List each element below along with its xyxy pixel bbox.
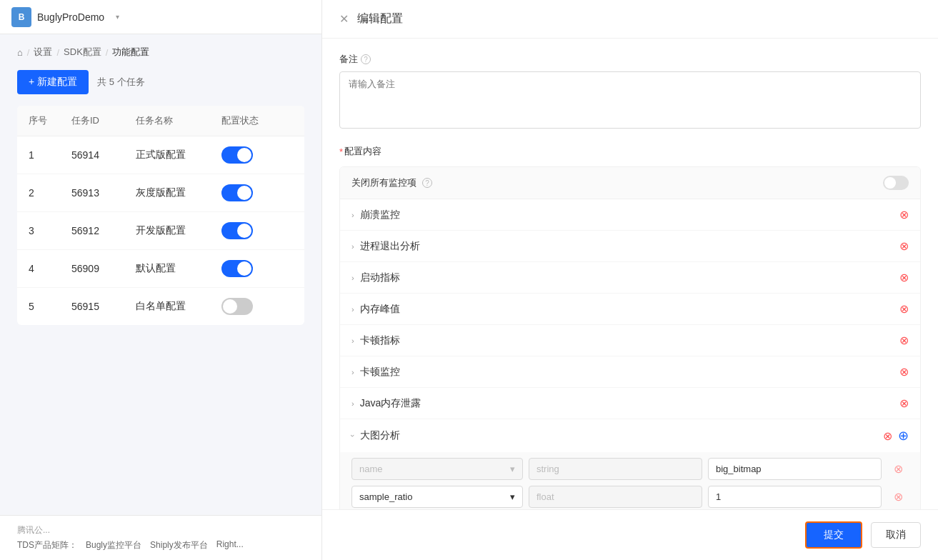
- field-value-input-name[interactable]: [708, 458, 882, 480]
- col-header-seq: 序号: [29, 114, 71, 127]
- monitor-item-startup-header[interactable]: › 启动指标 ⊗: [340, 262, 920, 293]
- monitor-item-crash-header[interactable]: › 崩溃监控 ⊗: [340, 199, 920, 230]
- field-type-input-name: [529, 458, 702, 480]
- col-header-task-name: 任务名称: [136, 114, 221, 127]
- app-logo[interactable]: B BuglyProDemo ▾: [11, 7, 119, 27]
- remove-icon[interactable]: ⊗: [899, 208, 909, 221]
- monitor-item-stutter-metric-header[interactable]: › 卡顿指标 ⊗: [340, 325, 920, 356]
- field-value-input-sample-ratio[interactable]: [708, 486, 882, 508]
- remove-icon[interactable]: ⊗: [899, 239, 909, 253]
- monitor-item-large-image-header[interactable]: › 大图分析 ⊗ ⊕: [340, 419, 920, 452]
- monitor-name: 崩溃监控: [360, 209, 400, 221]
- submit-button[interactable]: 提交: [805, 521, 862, 549]
- monitor-item-stutter-monitor-header[interactable]: › 卡顿监控 ⊗: [340, 356, 920, 387]
- monitor-item-crash: › 崩溃监控 ⊗: [340, 199, 920, 231]
- remove-icon[interactable]: ⊗: [883, 429, 892, 443]
- notes-label: 备注 ?: [339, 53, 921, 66]
- row-task-id: 56914: [71, 149, 136, 161]
- monitor-name: Java内存泄露: [360, 397, 421, 410]
- monitor-item-memory-peak-header[interactable]: › 内存峰值 ⊗: [340, 294, 920, 324]
- row-task-id: 56912: [71, 225, 136, 236]
- breadcrumb-sep1: /: [27, 47, 30, 58]
- config-toggle-5[interactable]: [221, 298, 253, 315]
- remove-icon[interactable]: ⊗: [899, 271, 909, 284]
- field-row-name: name ▾ ⊗: [351, 458, 909, 480]
- close-button[interactable]: ✕: [339, 12, 349, 26]
- config-toggle-2[interactable]: [221, 184, 253, 201]
- monitor-item-memory-peak: › 内存峰值 ⊗: [340, 294, 920, 325]
- breadcrumb-current: 功能配置: [112, 46, 149, 59]
- monitor-item-process-exit-header[interactable]: › 进程退出分析 ⊗: [340, 231, 920, 261]
- monitor-item-java-mem-leak: › Java内存泄露 ⊗: [340, 388, 920, 419]
- row-task-id: 56913: [71, 187, 136, 199]
- config-toggle-4[interactable]: [221, 260, 253, 277]
- close-all-toggle[interactable]: [883, 176, 909, 190]
- table-row: 1 56914 正式版配置: [17, 136, 304, 174]
- add-field-icon[interactable]: ⊕: [898, 428, 909, 444]
- config-toggle-1[interactable]: [221, 146, 253, 164]
- row-task-name: 默认配置: [136, 262, 221, 275]
- notes-help-icon[interactable]: ?: [361, 54, 371, 64]
- row-task-name: 白名单配置: [136, 300, 221, 313]
- item-actions: ⊗ ⊕: [883, 428, 909, 444]
- chevron-icon: ›: [351, 399, 354, 408]
- config-section: * 配置内容 关闭所有监控项 ?: [339, 145, 921, 509]
- app-dropdown-arrow[interactable]: ▾: [116, 13, 119, 21]
- monitor-item-java-mem-leak-header[interactable]: › Java内存泄露 ⊗: [340, 388, 920, 419]
- task-count: 共 5 个任务: [97, 76, 144, 89]
- app-name: BuglyProDemo: [37, 11, 104, 23]
- panel-title: 编辑配置: [357, 11, 403, 26]
- breadcrumb-home[interactable]: ⌂: [17, 47, 23, 58]
- footer-link-right[interactable]: Right...: [216, 539, 244, 551]
- monitor-name: 内存峰值: [360, 303, 400, 316]
- footer-link-label: TDS产品矩阵：: [17, 539, 77, 551]
- cancel-button[interactable]: 取消: [871, 522, 921, 548]
- panel-body: 备注 ? * 配置内容 关闭所有监控项 ?: [322, 39, 938, 509]
- row-task-name: 正式版配置: [136, 149, 221, 161]
- monitor-item-startup: › 启动指标 ⊗: [340, 262, 920, 294]
- table-row: 2 56913 灰度版配置: [17, 174, 304, 212]
- monitor-header-row: 关闭所有监控项 ?: [340, 167, 920, 199]
- close-all-help-icon[interactable]: ?: [422, 178, 432, 188]
- breadcrumb-sep2: /: [56, 47, 59, 58]
- row-task-name: 开发版配置: [136, 224, 221, 237]
- row-seq: 3: [29, 225, 71, 236]
- monitor-item-process-exit: › 进程退出分析 ⊗: [340, 231, 920, 262]
- field-row-sample-ratio: sample_ratio ▾ ⊗: [351, 486, 909, 508]
- row-seq: 4: [29, 263, 71, 274]
- chevron-icon: ›: [351, 305, 354, 314]
- table-row: 5 56915 白名单配置: [17, 288, 304, 325]
- notes-input[interactable]: [339, 71, 921, 129]
- row-task-id: 56909: [71, 263, 136, 274]
- row-seq: 5: [29, 301, 71, 312]
- chevron-icon: ›: [351, 211, 354, 219]
- remove-field-icon[interactable]: ⊗: [887, 462, 909, 476]
- monitor-list: 关闭所有监控项 ? › 崩溃监控 ⊗: [339, 166, 921, 509]
- field-sample-ratio-select[interactable]: sample_ratio ▾: [351, 486, 523, 508]
- remove-icon[interactable]: ⊗: [899, 365, 909, 379]
- footer-link-shiply[interactable]: Shiply发布平台: [150, 539, 208, 551]
- field-type-input-sample-ratio: [529, 486, 702, 508]
- footer: 腾讯公... TDS产品矩阵： Bugly监控平台 Shiply发布平台 Rig…: [0, 515, 321, 560]
- monitor-item-stutter-metric: › 卡顿指标 ⊗: [340, 325, 920, 356]
- new-config-button[interactable]: + 新建配置: [17, 70, 89, 94]
- chevron-icon: ›: [351, 274, 354, 282]
- monitor-name: 卡顿监控: [360, 366, 400, 379]
- breadcrumb-settings[interactable]: 设置: [34, 46, 52, 59]
- breadcrumb-sdk-config[interactable]: SDK配置: [64, 46, 101, 59]
- footer-company: 腾讯公...: [17, 525, 50, 535]
- chevron-icon: ›: [351, 336, 354, 345]
- monitor-name: 进程退出分析: [360, 240, 420, 253]
- field-name-select[interactable]: name ▾: [351, 458, 523, 480]
- edit-panel: ✕ 编辑配置 备注 ? * 配置内容: [321, 0, 938, 560]
- remove-field-icon[interactable]: ⊗: [887, 490, 909, 504]
- config-toggle-3[interactable]: [221, 222, 253, 239]
- footer-link-bugly[interactable]: Bugly监控平台: [86, 539, 141, 551]
- remove-icon[interactable]: ⊗: [899, 334, 909, 347]
- remove-icon[interactable]: ⊗: [899, 396, 909, 410]
- panel-header: ✕ 编辑配置: [322, 0, 938, 39]
- remove-icon[interactable]: ⊗: [899, 302, 909, 316]
- row-task-name: 灰度版配置: [136, 186, 221, 199]
- row-task-id: 56915: [71, 301, 136, 312]
- config-label: * 配置内容: [339, 145, 921, 158]
